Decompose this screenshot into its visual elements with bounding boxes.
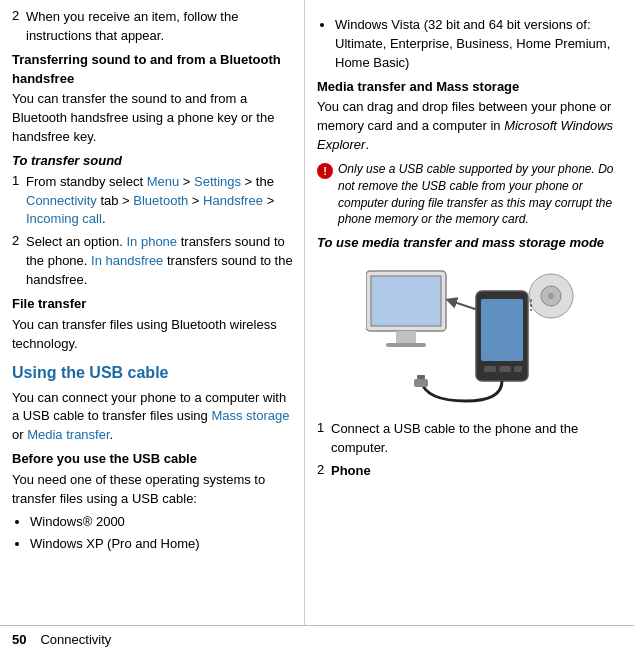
warning-block: ! Only use a USB cable supported by your… [317, 161, 624, 228]
step1-number: 1 [12, 173, 26, 230]
step2: 2 Select an option. In phone transfers s… [12, 233, 294, 290]
before-heading: Before you use the USB cable [12, 450, 294, 469]
step1-text-part1: From standby select [26, 174, 147, 189]
step1-handsfree-link[interactable]: Handsfree [203, 193, 263, 208]
before-body: You need one of these operating systems … [12, 471, 294, 509]
media-body: You can drag and drop files between your… [317, 98, 624, 155]
os-item-1: Windows® 2000 [30, 513, 294, 532]
svg-point-14 [548, 293, 554, 299]
transferring-body: You can transfer the sound to and from a… [12, 90, 294, 147]
step1-gt4: > [263, 193, 274, 208]
file-transfer-heading: File transfer [12, 295, 294, 314]
page-number: 50 [12, 632, 26, 647]
section-label: Connectivity [40, 632, 111, 647]
warning-text: Only use a USB cable supported by your p… [338, 161, 624, 228]
right-column: Windows Vista (32 bit and 64 bit version… [305, 0, 634, 653]
right-step2-text: Phone [331, 462, 624, 481]
right-step2-number: 2 [317, 462, 331, 481]
svg-rect-11 [417, 375, 425, 379]
usb-heading: Using the USB cable [12, 361, 294, 384]
media-heading: Media transfer and Mass storage [317, 78, 624, 97]
os-list-right: Windows Vista (32 bit and 64 bit version… [317, 16, 624, 73]
step1-gt3: > [188, 193, 203, 208]
page-content: 2 When you receive an item, follow the i… [0, 0, 634, 653]
os-item-3: Windows Vista (32 bit and 64 bit version… [335, 16, 624, 73]
os-item-2: Windows XP (Pro and Home) [30, 535, 294, 554]
step1-text: From standby select Menu > Settings > th… [26, 173, 294, 230]
device-illustration-svg [366, 261, 576, 411]
right-step2: 2 Phone [317, 462, 624, 481]
svg-rect-2 [396, 331, 416, 343]
right-step1: 1 Connect a USB cable to the phone and t… [317, 420, 624, 458]
usb-mass-link[interactable]: Mass storage [211, 408, 289, 423]
svg-rect-1 [371, 276, 441, 326]
step1-bluetooth-link[interactable]: Bluetooth [133, 193, 188, 208]
to-use-heading: To use media transfer and mass storage m… [317, 234, 624, 253]
svg-rect-3 [386, 343, 426, 347]
step1-end: . [102, 211, 106, 226]
step2-inphone-link[interactable]: In phone [126, 234, 177, 249]
step2-text: Select an option. In phone transfers sou… [26, 233, 294, 290]
device-illustration-container [317, 259, 624, 414]
right-step1-text: Connect a USB cable to the phone and the… [331, 420, 624, 458]
step1-menu-link[interactable]: Menu [147, 174, 180, 189]
step1: 1 From standby select Menu > Settings > … [12, 173, 294, 230]
step1-connectivity-link[interactable]: Connectivity [26, 193, 97, 208]
svg-rect-6 [481, 299, 523, 361]
svg-rect-8 [499, 366, 511, 372]
item-2-header: 2 When you receive an item, follow the i… [12, 8, 294, 46]
item2-number: 2 [12, 8, 26, 46]
footer: 50 Connectivity [0, 625, 634, 653]
transferring-heading: Transferring sound to and from a Bluetoo… [12, 51, 294, 89]
step1-settings-link[interactable]: Settings [194, 174, 241, 189]
left-column: 2 When you receive an item, follow the i… [0, 0, 305, 653]
svg-rect-7 [484, 366, 496, 372]
item2-text: When you receive an item, follow the ins… [26, 8, 294, 46]
media-end: . [365, 137, 369, 152]
right-step1-number: 1 [317, 420, 331, 458]
to-transfer-heading: To transfer sound [12, 152, 294, 171]
step1-tab-text: tab > [97, 193, 134, 208]
step2-number: 2 [12, 233, 26, 290]
os-list: Windows® 2000 Windows XP (Pro and Home) [12, 513, 294, 555]
step1-gt2: > the [241, 174, 274, 189]
svg-rect-9 [514, 366, 522, 372]
usb-body: You can connect your phone to a computer… [12, 389, 294, 446]
step1-gt1: > [179, 174, 194, 189]
svg-rect-10 [414, 379, 428, 387]
file-transfer-body: You can transfer files using Bluetooth w… [12, 316, 294, 354]
step1-incoming-link[interactable]: Incoming call [26, 211, 102, 226]
usb-end: . [110, 427, 114, 442]
usb-media-link[interactable]: Media transfer [27, 427, 109, 442]
step2-inhandsfree-link[interactable]: In handsfree [91, 253, 163, 268]
usb-or: or [12, 427, 27, 442]
step2-text-part1: Select an option. [26, 234, 126, 249]
warning-icon: ! [317, 163, 333, 179]
